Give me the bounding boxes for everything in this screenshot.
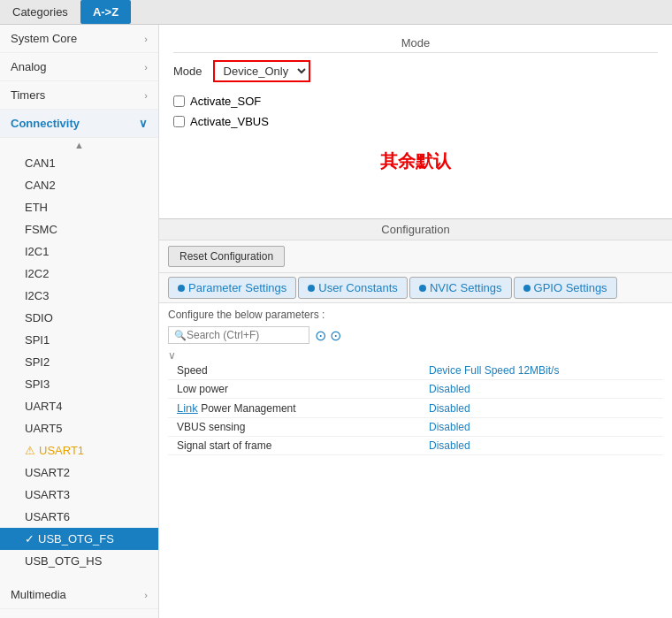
user-constants-dot (308, 285, 315, 292)
activate-vbus-checkbox[interactable] (173, 116, 185, 127)
param-name-signal-sof: Signal start of frame (168, 439, 411, 452)
nav-prev-arrow[interactable]: ⊙ (315, 327, 326, 344)
sidebar-subitem-uart4[interactable]: UART4 (0, 395, 158, 417)
config-tabs: Parameter Settings User Constants NVIC S… (159, 273, 672, 303)
param-row-speed: Speed Device Full Speed 12MBit/s (168, 362, 663, 380)
nav-arrows: ⊙ ⊙ (315, 327, 341, 344)
param-row-low-power: Low power Disabled (168, 380, 663, 399)
gpio-dot (523, 285, 531, 292)
mode-center-text: 其余默认 (173, 149, 658, 173)
tab-gpio-settings[interactable]: GPIO Settings (514, 277, 617, 299)
sidebar-subitem-spi1[interactable]: SPI1 (0, 329, 158, 351)
mode-label-text: Mode (173, 65, 202, 78)
param-value-speed: Device Full Speed 12MBit/s (411, 364, 663, 377)
content-area: Mode Mode Device_Only Activate_SOF Activ… (159, 25, 672, 618)
param-row-signal-sof: Signal start of frame Disabled (168, 437, 663, 455)
search-icon: 🔍 (174, 330, 187, 341)
submenu-indicator: ▲ (0, 138, 158, 152)
param-name-low-power: Low power (168, 383, 411, 395)
search-box: 🔍 (168, 326, 309, 344)
user-constants-label: User Constants (318, 281, 398, 294)
config-content: Configure the below parameters : 🔍 ⊙ ⊙ ∨… (159, 303, 672, 618)
sidebar-subitem-i2c3[interactable]: I2C3 (0, 285, 158, 307)
nvic-label: NVIC Settings (430, 281, 502, 294)
mode-row: Mode Device_Only (173, 60, 658, 82)
mode-select[interactable]: Device_Only (213, 60, 310, 82)
activate-sof-label: Activate_SOF (190, 95, 261, 108)
selected-check-icon: ✓ (25, 532, 34, 546)
sidebar-subitem-sdio[interactable]: SDIO (0, 307, 158, 329)
config-panel: Configuration Reset Configuration Parame… (159, 219, 672, 618)
system-core-label: System Core (11, 32, 77, 45)
analog-label: Analog (11, 60, 46, 73)
param-row-vbus-sensing: VBUS sensing Disabled (168, 418, 663, 437)
connectivity-label-text: Connectivity (11, 117, 80, 130)
sidebar-subitem-eth[interactable]: ETH (0, 196, 158, 218)
search-input[interactable] (187, 329, 293, 341)
param-value-link-power: Disabled (411, 402, 663, 415)
activate-sof-checkbox[interactable] (173, 95, 185, 107)
sidebar-item-security[interactable]: Security › (0, 609, 158, 618)
param-table: Speed Device Full Speed 12MBit/s Low pow… (168, 362, 663, 455)
sidebar-subitem-spi2[interactable]: SPI2 (0, 351, 158, 373)
sidebar-subitem-usart3[interactable]: USART3 (0, 484, 158, 506)
param-name-link-power: Link Power Management (168, 401, 411, 415)
system-core-chevron: › (144, 34, 148, 44)
multimedia-label: Multimedia (11, 588, 66, 601)
sidebar-subitem-usart2[interactable]: USART2 (0, 462, 158, 484)
az-tab[interactable]: A->Z (80, 0, 131, 24)
sidebar-subitem-usb-otg-hs[interactable]: USB_OTG_HS (0, 550, 158, 572)
sidebar-item-system-core[interactable]: System Core › (0, 25, 158, 53)
gpio-label: GPIO Settings (534, 281, 607, 294)
mode-panel-title: Mode (173, 34, 658, 53)
sidebar-item-multimedia[interactable]: Multimedia › (0, 581, 158, 609)
config-panel-title: Configuration (159, 219, 672, 240)
activate-vbus-row: Activate_VBUS (173, 111, 658, 132)
param-value-signal-sof: Disabled (411, 439, 663, 452)
multimedia-chevron: › (144, 590, 148, 600)
sidebar: System Core › Analog › Timers › Connecti… (0, 25, 159, 618)
nav-next-arrow[interactable]: ⊙ (330, 327, 341, 344)
warning-icon: ⚠ (25, 444, 35, 457)
sidebar-subitem-spi3[interactable]: SPI3 (0, 373, 158, 395)
param-value-vbus-sensing: Disabled (411, 421, 663, 433)
sidebar-item-timers[interactable]: Timers › (0, 81, 158, 110)
reset-config-button[interactable]: Reset Configuration (168, 246, 285, 267)
param-row-link-power: Link Power Management Disabled (168, 399, 663, 418)
sidebar-subitem-usb-otg-fs[interactable]: ✓ USB_OTG_FS (0, 528, 158, 550)
param-value-low-power: Disabled (411, 383, 663, 395)
activate-vbus-label: Activate_VBUS (190, 115, 269, 128)
nvic-dot (419, 285, 426, 292)
param-settings-dot (178, 285, 185, 292)
connectivity-submenu: ▲ CAN1 CAN2 ETH FSMC I2C1 I2C2 I2C3 SDIO… (0, 138, 158, 572)
main-layout: System Core › Analog › Timers › Connecti… (0, 25, 672, 618)
connectivity-chevron: ∨ (139, 117, 148, 130)
search-row: 🔍 ⊙ ⊙ (168, 326, 663, 344)
sidebar-subitem-uart5[interactable]: UART5 (0, 417, 158, 439)
usart1-label: USART1 (39, 444, 84, 457)
tab-parameter-settings[interactable]: Parameter Settings (168, 277, 296, 299)
top-tabs: Categories A->Z (0, 0, 672, 25)
sidebar-subitem-usart6[interactable]: USART6 (0, 506, 158, 528)
sidebar-subitem-i2c1[interactable]: I2C1 (0, 240, 158, 263)
sidebar-subitem-can2[interactable]: CAN2 (0, 174, 158, 196)
sidebar-item-connectivity[interactable]: Connectivity ∨ (0, 110, 158, 138)
tab-user-constants[interactable]: User Constants (298, 277, 408, 299)
link-underline: Link (177, 401, 198, 415)
categories-tab[interactable]: Categories (0, 0, 80, 24)
param-name-vbus-sensing: VBUS sensing (168, 421, 411, 433)
expand-button[interactable]: ∨ (168, 349, 663, 362)
param-settings-label: Parameter Settings (188, 281, 286, 294)
below-params-label: Configure the below parameters : (168, 309, 663, 321)
tab-nvic-settings[interactable]: NVIC Settings (409, 277, 512, 299)
analog-chevron: › (144, 62, 148, 72)
timers-chevron: › (144, 90, 148, 101)
sidebar-subitem-usart1[interactable]: ⚠ USART1 (0, 439, 158, 462)
sidebar-subitem-i2c2[interactable]: I2C2 (0, 263, 158, 285)
sidebar-item-analog[interactable]: Analog › (0, 53, 158, 81)
sidebar-spacer (0, 572, 158, 581)
mode-panel: Mode Mode Device_Only Activate_SOF Activ… (159, 25, 672, 219)
sidebar-subitem-fsmc[interactable]: FSMC (0, 218, 158, 240)
activate-sof-row: Activate_SOF (173, 91, 658, 111)
sidebar-subitem-can1[interactable]: CAN1 (0, 152, 158, 174)
